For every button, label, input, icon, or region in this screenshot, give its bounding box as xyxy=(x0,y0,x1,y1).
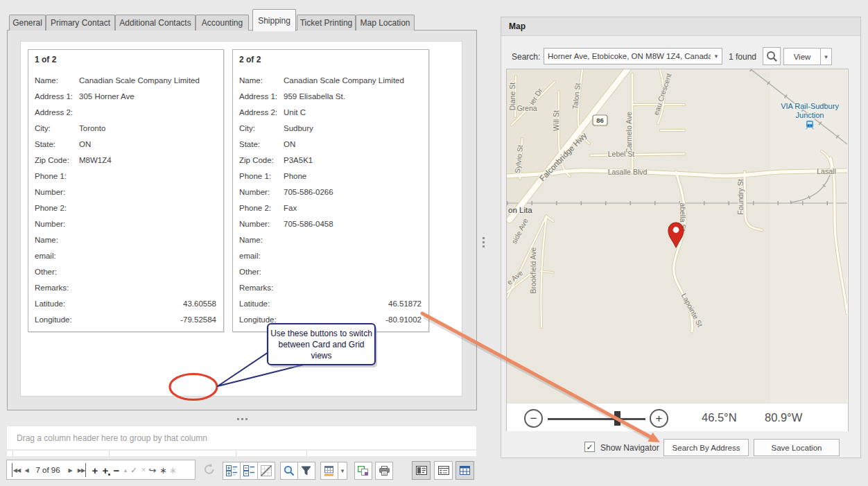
tab-shipping[interactable]: Shipping xyxy=(252,9,296,31)
format-dropdown-button[interactable]: ▾ xyxy=(338,462,347,480)
card-field-label: Name: xyxy=(239,76,278,85)
tab-general[interactable]: General xyxy=(9,15,46,31)
tab-label: General xyxy=(12,18,42,28)
list-layout-button[interactable] xyxy=(434,461,453,480)
column-chooser-button[interactable] xyxy=(354,462,372,480)
card-row: Phone 1: xyxy=(28,168,223,184)
card-row: Address 1:959 Elisabella St. xyxy=(233,88,428,104)
print-grid-button[interactable] xyxy=(375,462,393,480)
list-layout-icon xyxy=(438,466,449,475)
search-by-address-button[interactable]: Search By Address xyxy=(663,439,749,456)
card-field-value: Unit C xyxy=(284,108,306,116)
end-edit-row-button[interactable]: ✓ xyxy=(129,463,139,477)
collapse-all-icon xyxy=(243,465,255,476)
tab-ticket-printing[interactable]: Ticket Printing xyxy=(297,15,356,31)
address-search-combo[interactable]: Horner Ave, Etobicoke, ON M8W 1Z4, Canad… xyxy=(544,48,722,64)
chevron-down-icon: ▾ xyxy=(821,53,832,60)
card-field-label: Remarks: xyxy=(35,284,73,292)
printer-icon xyxy=(379,466,390,476)
refresh-button[interactable] xyxy=(202,462,216,476)
svg-text:Will St: Will St xyxy=(552,110,560,131)
chevron-down-icon: ▾ xyxy=(711,53,722,60)
expand-all-button[interactable] xyxy=(223,462,241,480)
card-field-label: Other: xyxy=(35,268,73,276)
search-by-address-label: Search By Address xyxy=(672,444,740,452)
svg-text:Carmelo Ave: Carmelo Ave xyxy=(625,112,633,153)
card-field-value: Canadian Scale Company Limited xyxy=(79,76,200,85)
collapse-all-button[interactable] xyxy=(240,462,258,480)
app-window: General Primary Contact Additional Conta… xyxy=(0,0,868,486)
expand-all-icon xyxy=(226,465,238,476)
card-field-label: Latitude: xyxy=(239,300,278,308)
map-canvas[interactable]: 86 Diane St Grena ier Dr Will St Talon S… xyxy=(507,69,847,403)
view-button[interactable]: View xyxy=(783,48,821,65)
card-row: Name:Canadian Scale Company Limited xyxy=(233,72,428,88)
card-field-label: Zip Code: xyxy=(239,156,278,164)
map-title: Map xyxy=(509,21,526,31)
card-row: Zip Code:P3A5K1 xyxy=(233,152,428,168)
card-row: Number: xyxy=(28,184,223,200)
first-row-button[interactable]: ◀◀ xyxy=(10,463,21,477)
row-position: 7 of 96 xyxy=(31,463,64,477)
svg-text:Junction: Junction xyxy=(796,111,824,119)
address-card-2: 2 of 2 Name:Canadian Scale Company Limit… xyxy=(232,49,429,332)
next-row-button[interactable]: ▶ xyxy=(67,463,73,477)
vertical-splitter[interactable] xyxy=(483,237,485,248)
minus-icon: − xyxy=(530,412,537,426)
filter-button[interactable] xyxy=(297,462,315,480)
card-layout-button[interactable] xyxy=(412,461,431,480)
zoom-in-button[interactable]: + xyxy=(650,409,668,428)
card-field-value: ON xyxy=(79,140,91,148)
map-viewport[interactable]: 86 Diane St Grena ier Dr Will St Talon S… xyxy=(506,69,849,431)
card-rows: Name:Canadian Scale Company LimitedAddre… xyxy=(233,72,428,327)
tab-label: Accounting xyxy=(202,18,243,28)
card-row: Number:705-586-0266 xyxy=(233,184,428,200)
card-field-label: Longitude: xyxy=(239,315,278,324)
grid-navigator-box: ◀◀ ◀ 7 of 96 ▶ ▶▶ + + − ▴ ✓ × ↪ ∗ ∗ xyxy=(6,460,196,480)
format-conditions-button[interactable] xyxy=(320,462,338,480)
card-row: City:Sudbury xyxy=(233,120,428,136)
prev-row-button[interactable]: ◀ xyxy=(23,463,30,477)
chart-button[interactable] xyxy=(257,462,275,480)
card-row: email: xyxy=(233,248,428,263)
append-child-button[interactable]: + xyxy=(101,463,110,477)
append-row-button[interactable]: + xyxy=(90,463,100,477)
tab-additional-contacts[interactable]: Additional Contacts xyxy=(115,15,196,31)
card-field-label: Number: xyxy=(239,188,278,196)
card-field-label: Name: xyxy=(239,236,278,244)
group-by-hint: Drag a column header here to group by th… xyxy=(17,433,207,443)
card-field-value: Fax xyxy=(284,204,297,212)
card-row: Address 1:305 Horner Ave xyxy=(28,88,223,104)
find-button[interactable] xyxy=(280,462,298,480)
cancel-edit-row-button[interactable]: × xyxy=(139,463,148,477)
save-location-label: Save Location xyxy=(772,444,822,452)
card-row: Other: xyxy=(28,263,223,279)
horizontal-splitter[interactable] xyxy=(237,418,248,420)
zoom-slider-track[interactable] xyxy=(548,418,645,420)
tab-primary-contact[interactable]: Primary Contact xyxy=(46,15,115,31)
tab-label: Map Location xyxy=(360,18,410,28)
grid-layout-icon xyxy=(460,466,470,475)
bookmark-2-button[interactable]: ∗ xyxy=(168,463,177,477)
grid-navigator: ◀◀ ◀ 7 of 96 ▶ ▶▶ + + − ▴ ✓ × ↪ ∗ ∗ xyxy=(10,463,193,477)
route-shield-86: 86 xyxy=(593,115,607,125)
tab-map-location[interactable]: Map Location xyxy=(356,15,415,31)
bookmark-button[interactable]: ∗ xyxy=(159,463,168,477)
tab-accounting[interactable]: Accounting xyxy=(196,15,249,31)
search-icon xyxy=(766,51,778,62)
svg-text:on Lita: on Lita xyxy=(508,206,532,214)
show-navigator-checkbox[interactable]: ✓ xyxy=(584,442,595,452)
card-field-label: Address 2: xyxy=(35,108,73,116)
redo-row-button[interactable]: ↪ xyxy=(148,463,157,477)
last-row-button[interactable]: ▶▶ xyxy=(76,463,87,477)
zoom-slider-thumb[interactable] xyxy=(614,411,620,426)
card-field-label: Phone 1: xyxy=(35,172,73,180)
latitude-readout: 46.5°N xyxy=(702,411,737,424)
save-location-button[interactable]: Save Location xyxy=(754,439,840,456)
grid-layout-button[interactable] xyxy=(455,461,474,480)
delete-row-button[interactable]: − xyxy=(112,463,121,477)
map-search-button[interactable] xyxy=(763,47,781,65)
group-by-panel[interactable]: Drag a column header here to group by th… xyxy=(7,426,476,449)
view-dropdown-button[interactable]: ▾ xyxy=(820,48,832,65)
zoom-out-button[interactable]: − xyxy=(524,409,543,428)
